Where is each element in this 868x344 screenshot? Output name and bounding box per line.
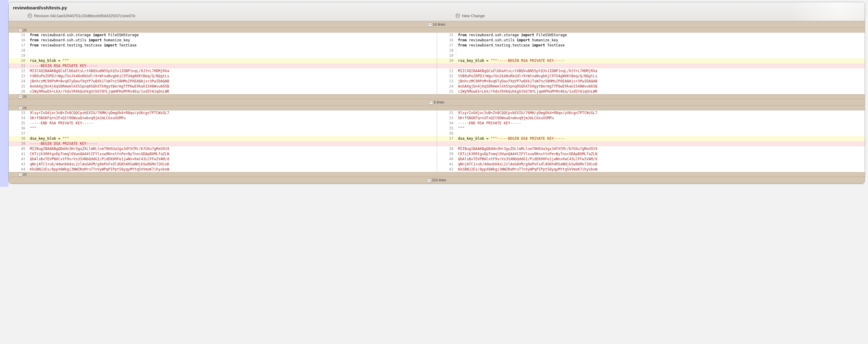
line-number: 16 [437, 38, 456, 43]
diff-row[interactable]: 20rsa_key_blob = """-----BEGIN RSA PRIVA… [437, 58, 865, 63]
diff-row[interactable]: 39C6Tzjk300tgxDpTnmqlOVwoQA44tIFYlxvw9Kn… [437, 151, 865, 156]
diff-row[interactable]: 22tVB9uPeZOPDJrWgu7Gn2k48oRkGdl+9+WtnaNv… [437, 74, 865, 79]
diff-row[interactable]: 22MIICXQIBAAKBgQCsElbDaXtsLctXBQVu8N55pt… [9, 68, 437, 74]
diff-right-1: 15from reviewboard.ssh.storage import Fi… [437, 33, 865, 94]
diff-row[interactable]: 25cIWyhMowEk+LkX/rhdstR4kQuhkgGtkO78YLjq… [437, 89, 865, 94]
line-number: 35 [9, 121, 28, 126]
code-cell: -----BEGIN DSA PRIVATE KEY----- [28, 141, 437, 146]
code-cell: qNnjATC1+ub/4dwnbO4sL2zlAoGAVM/g9ePoFxdl… [456, 162, 865, 167]
collapse-band-bottom: +310 lines [9, 177, 865, 183]
diff-row[interactable]: 33SK+fSBGKFq+n2FxQIt9OWswQ+wbvq9jmJmLCGx… [437, 116, 865, 121]
code-cell: rsa_key_blob = """ [28, 58, 437, 63]
line-number: 17 [9, 43, 28, 48]
diff-row[interactable]: 19 [9, 53, 437, 58]
line-number: 34 [9, 116, 28, 121]
expand-icon[interactable]: + [19, 106, 22, 110]
diff-row[interactable]: 24AoGAXgjbn4j6qSDRmemlkX5Spnq0SQhXTk0gyt… [437, 84, 865, 89]
code-cell: from reviewboard.ssh.utils import humani… [28, 38, 437, 43]
diff-row[interactable]: 42QbAlsBxTEVPB6CxtF9srVs3SXNbQddGI/PidEK… [9, 156, 437, 162]
line-number: 15 [437, 33, 456, 38]
diff-row[interactable]: 34SK+fSBGKFq+n2FxQIt9OWswQ+wbvq9jmJmLCGx… [9, 116, 437, 121]
diff-row[interactable]: 37dsa_key_blob = """-----BEGIN DSA PRIVA… [437, 136, 865, 141]
diff-row[interactable] [437, 141, 865, 146]
line-number: 36 [9, 126, 28, 131]
line-number [437, 141, 456, 146]
line-number: 40 [437, 156, 456, 162]
line-number: 38 [437, 146, 456, 151]
code-cell: MIICXQIBAAKBgQCsElbDaXtsLctXBQVu8N55ptQ3… [28, 68, 437, 74]
expand-icon[interactable]: + [429, 101, 433, 105]
line-number: 22 [437, 74, 456, 79]
diff-row[interactable]: 41C6Tzjk300tgxDpTnmqlOVwoQA44tIFYlxvw9Kn… [9, 151, 437, 156]
old-revision-label: Revision 04c1ae32640701c33d6bccb95d432f2… [34, 13, 135, 18]
line-number: 26 [9, 89, 28, 94]
diff-row[interactable]: 37 [9, 131, 437, 136]
expand-above-1: +20 [9, 28, 865, 33]
code-cell [456, 53, 865, 58]
line-number: 20 [437, 58, 456, 63]
line-number: 15 [9, 33, 28, 38]
code-cell: SK+fSBGKFq+n2FxQIt9OWswQ+wbvq9jmJmLCGxuU… [28, 116, 437, 121]
diff-row[interactable]: 41qNnjATC1+ub/4dwnbO4sL2zlAoGAVM/g9ePoFx… [437, 162, 865, 167]
code-cell: QbAlsBxTEVPB6CxtF9srVs3SXNbQddGI/PidEK00… [456, 156, 865, 162]
expand-icon[interactable]: + [19, 95, 22, 98]
code-cell: 9lsyrIxOdjoc3uB+Zn8CQQCpvbEXIU/76MH/yDmg… [456, 110, 865, 116]
diff-block-1: 15from reviewboard.ssh.storage import Fi… [9, 33, 865, 94]
diff-row[interactable]: 329lsyrIxOdjoc3uB+Zn8CQQCpvbEXIU/76MH/yD… [437, 110, 865, 116]
diff-row[interactable]: 39-----BEGIN DSA PRIVATE KEY----- [9, 141, 437, 146]
diff-row[interactable]: 15from reviewboard.ssh.storage import Fi… [437, 33, 865, 38]
diff-row[interactable]: 16from reviewboard.ssh.utils import huma… [9, 38, 437, 43]
expand-icon[interactable]: + [428, 23, 432, 27]
expand-icon[interactable]: + [19, 28, 22, 32]
collapse-band-mid: +6 lines [9, 99, 865, 106]
line-number: 21 [437, 68, 456, 74]
diff-row[interactable]: 25AoGAXgjbn4j6qSDRmemlkX5Spnq0SQhXTk0gyt… [9, 84, 437, 89]
code-cell [28, 131, 437, 136]
diff-row[interactable]: 24jBnhczMC90PnM+Bvq6TyDaufXqYP7w8Xk1TsW7… [9, 79, 437, 84]
diff-row[interactable]: 40MIIBugIBAAKBgQDddn3Hr3guZXLlmRLlneT0HS… [9, 146, 437, 151]
line-number: 41 [9, 151, 28, 156]
diff-row[interactable]: 15from reviewboard.ssh.storage import Fi… [9, 33, 437, 38]
diff-row[interactable]: 34-----END RSA PRIVATE KEY----- [437, 121, 865, 126]
diff-row[interactable]: 17from reviewboard.testing.testcase impo… [9, 43, 437, 48]
diff-row[interactable]: 19 [437, 53, 865, 58]
code-cell: tVB9uPeZOPDJrWgu7Gn2k48oRkGdl+9+WtnaNvgb… [28, 74, 437, 79]
line-number: 42 [437, 167, 456, 172]
diff-row[interactable]: 38MIIBugIBAAKBgQDddn3Hr3guZXLlmRLlneT0HS… [437, 146, 865, 151]
diff-row[interactable]: 44KkSBNJ2Es/8ppX6Wkgi3WWZNsMruTTnVyWPqPI… [9, 167, 437, 172]
diff-row[interactable]: 43qNnjATC1+ub/4dwnbO4sL2zlAoGAVM/g9ePoFx… [9, 162, 437, 167]
diff-row[interactable] [437, 63, 865, 68]
diff-row[interactable]: 17from reviewboard.testing.testcase impo… [437, 43, 865, 48]
line-number: 24 [9, 79, 28, 84]
diff-row[interactable]: 23jBnhczMC90PnM+Bvq6TyDaufXqYP7w8Xk1TsW7… [437, 79, 865, 84]
line-number: 36 [437, 131, 456, 136]
expand-icon[interactable]: + [19, 173, 22, 176]
expand-below-2: +20 [9, 172, 865, 177]
diff-row[interactable]: 21MIICXQIBAAKBgQCsElbDaXtsLctXBQVu8N55pt… [437, 68, 865, 74]
diff-row[interactable]: 18 [9, 48, 437, 53]
diff-row[interactable]: 35""" [437, 126, 865, 131]
code-cell: 9lsyrIxOdjoc3uB+Zn8CQQCpvbEXIU/76MH/yDmg… [28, 110, 437, 116]
diff-row[interactable]: 23tVB9uPeZOPDJrWgu7Gn2k48oRkGdl+9+WtnaNv… [9, 74, 437, 79]
revision-icon: ⇣ [27, 13, 32, 18]
diff-row[interactable]: 20rsa_key_blob = """ [9, 58, 437, 63]
diff-row[interactable]: 21-----BEGIN RSA PRIVATE KEY----- [9, 63, 437, 68]
diff-row[interactable]: 339lsyrIxOdjoc3uB+Zn8CQQCpvbEXIU/76MH/yD… [9, 110, 437, 116]
diff-row[interactable]: 42KkSBNJ2Es/8ppX6Wkgi3WWZNsMruTTnVyWPqPI… [437, 167, 865, 172]
diff-row[interactable]: 26cIWyhMowEk+LkX/rhdstR4kQuhkgGtkO78YLjq… [9, 89, 437, 94]
expand-icon[interactable]: + [427, 179, 431, 182]
diff-row[interactable]: 18 [437, 48, 865, 53]
diff-row[interactable]: 35-----END RSA PRIVATE KEY----- [9, 121, 437, 126]
diff-row[interactable]: 40QbAlsBxTEVPB6CxtF9srVs3SXNbQddGI/PidEK… [437, 156, 865, 162]
code-cell: jBnhczMC90PnM+Bvq6TyDaufXqYP7w8Xk1TsW7nz… [28, 79, 437, 84]
code-cell [28, 53, 437, 58]
diff-row[interactable]: 36""" [9, 126, 437, 131]
code-cell [456, 48, 865, 53]
newchange-icon: ⇣ [456, 13, 460, 18]
diff-row[interactable]: 38dsa_key_blob = """ [9, 136, 437, 141]
diff-row[interactable]: 16from reviewboard.ssh.utils import huma… [437, 38, 865, 43]
code-cell: MIIBugIBAAKBgQDddn3Hr3guZXLlmRLlneT0HSUa… [28, 146, 437, 151]
diff-row[interactable]: 36 [437, 131, 865, 136]
code-cell: dsa_key_blob = """ [28, 136, 437, 141]
expand-below-1: +20 [9, 94, 865, 99]
